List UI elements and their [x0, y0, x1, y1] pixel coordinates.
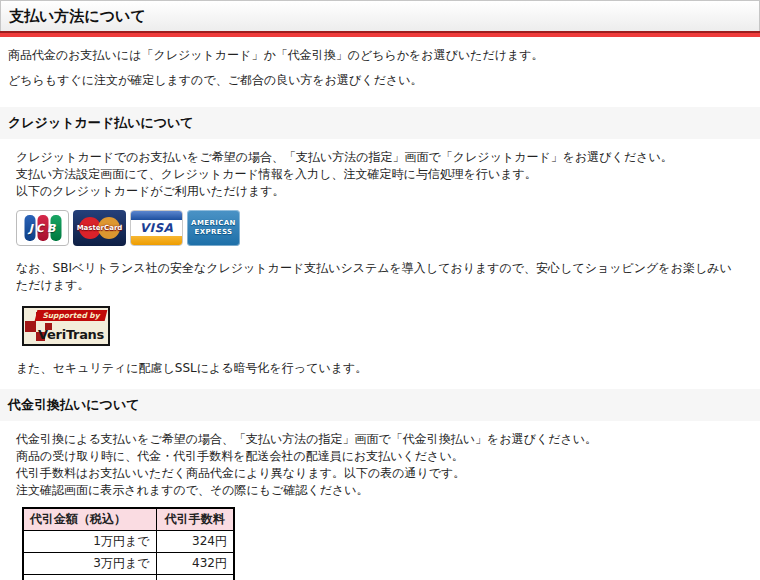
amount-column-header: 代引金額（税込） — [23, 508, 156, 531]
visa-logo-icon: VISA — [130, 210, 183, 246]
amount-cell: 3万円まで — [23, 553, 156, 575]
table-row: 10万円まで 648円 — [23, 575, 234, 580]
ssl-note: また、セキュリティに配慮しSSLによる暗号化を行っています。 — [0, 346, 760, 377]
table-row: 3万円まで 432円 — [23, 553, 234, 575]
mastercard-logo-icon: MasterCard — [73, 210, 126, 246]
fee-column-header: 代引手数料 — [156, 508, 234, 531]
visa-blue-band — [131, 211, 182, 220]
cod-description: 代金引換による支払いをご希望の場合、「支払い方法の指定」画面で「代金引換払い」を… — [0, 421, 760, 499]
intro-block: 商品代金のお支払いには「クレジットカード」か「代金引換」のどちらかをお選びいただ… — [0, 37, 760, 101]
section-header-credit-card: クレジットカード払いについて — [0, 107, 760, 139]
fee-cell: 648円 — [156, 575, 234, 580]
veritrans-badge: Supported by VeriTrans — [22, 306, 110, 346]
body-line: 支払い方法設定画面にて、クレジットカード情報を入力し、注文確定時に与信処理を行い… — [16, 166, 744, 183]
table-header-row: 代引金額（税込） 代引手数料 — [23, 508, 234, 531]
visa-label: VISA — [140, 221, 174, 235]
amount-cell: 1万円まで — [23, 531, 156, 553]
page-title: 支払い方法について — [9, 7, 146, 25]
page-title-bar: 支払い方法について — [0, 0, 760, 31]
veritrans-brand-text: VeriTrans — [38, 327, 104, 342]
veritrans-supported-by-ribbon: Supported by — [34, 310, 107, 321]
body-line: 代引手数料はお支払いいただく商品代金により異なります。以下の表の通りです。 — [16, 465, 744, 482]
sbi-veritrans-note: なお、SBIベリトランス社の安全なクレジットカード支払いシステムを導入しておりま… — [0, 246, 760, 294]
section-heading: 代金引換払いについて — [8, 397, 140, 412]
body-line: 以下のクレジットカードがご利用いただけます。 — [16, 183, 744, 200]
visa-orange-band — [131, 236, 182, 245]
card-logos-row: JCB MasterCard VISA AMERICAN EXPRESS — [16, 210, 760, 246]
amex-label-line2: EXPRESS — [194, 228, 232, 237]
section-header-cod: 代金引換払いについて — [0, 389, 760, 421]
table-row: 1万円まで 324円 — [23, 531, 234, 553]
intro-line: どちらもすぐに注文が確定しますので、ご都合の良い方をお選びください。 — [8, 72, 752, 88]
fee-cell: 432円 — [156, 553, 234, 575]
veritrans-square — [25, 321, 36, 332]
amount-cell: 10万円まで — [23, 575, 156, 580]
fee-cell: 324円 — [156, 531, 234, 553]
body-line: 注文確認画面に表示されますので、その際にもご確認ください。 — [16, 482, 744, 499]
body-line: クレジットカードでのお支払いをご希望の場合、「支払い方法の指定」画面で「クレジッ… — [16, 149, 744, 166]
credit-card-description: クレジットカードでのお支払いをご希望の場合、「支払い方法の指定」画面で「クレジッ… — [0, 139, 760, 200]
section-heading: クレジットカード払いについて — [8, 115, 194, 130]
jcb-label: JCB — [27, 222, 59, 235]
intro-line: 商品代金のお支払いには「クレジットカード」か「代金引換」のどちらかをお選びいただ… — [8, 47, 752, 63]
body-line: 代金引換による支払いをご希望の場合、「支払い方法の指定」画面で「代金引換払い」を… — [16, 431, 744, 448]
visa-middle-band: VISA — [131, 220, 182, 236]
amex-logo-icon: AMERICAN EXPRESS — [187, 210, 240, 246]
cod-fee-table: 代引金額（税込） 代引手数料 1万円まで 324円 3万円まで 432円 10万… — [22, 507, 235, 580]
jcb-logo-icon: JCB — [16, 210, 69, 246]
mastercard-label: MasterCard — [77, 224, 123, 232]
body-line: 商品の受け取り時に、代金・代引手数料を配送会社の配達員にお支払いください。 — [16, 448, 744, 465]
amex-label-line1: AMERICAN — [191, 219, 236, 228]
